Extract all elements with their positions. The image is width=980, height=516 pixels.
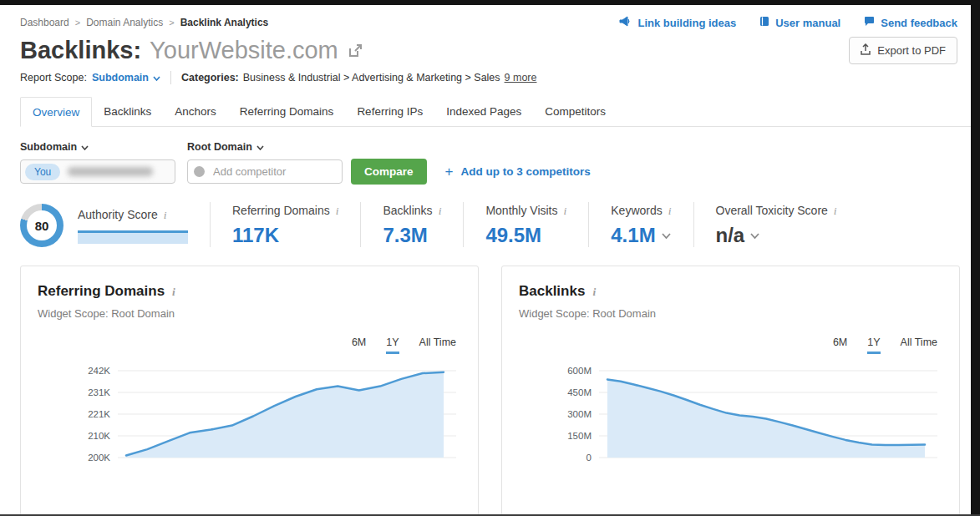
filter-row: You Compare + Add up to 3 competitors xyxy=(20,159,971,185)
svg-text:200K: 200K xyxy=(88,453,110,463)
categories-more-link[interactable]: 9 more xyxy=(505,72,537,83)
keywords-value-dropdown[interactable]: 4.1M xyxy=(611,224,671,247)
metric-authority-score: 80 Authority Score i xyxy=(20,202,210,247)
add-competitor-field[interactable] xyxy=(187,159,343,184)
backlinks-range-toggle: 6M 1Y All Time xyxy=(519,336,942,354)
info-icon[interactable]: i xyxy=(668,205,672,218)
competitor-dot-icon xyxy=(194,166,205,177)
info-icon[interactable]: i xyxy=(834,205,837,218)
user-manual-link[interactable]: User manual xyxy=(759,16,840,29)
range-all-time[interactable]: All Time xyxy=(419,336,456,354)
header-links: Link building ideas User manual Send fee… xyxy=(619,16,957,29)
range-all-time[interactable]: All Time xyxy=(901,336,937,354)
compare-button[interactable]: Compare xyxy=(351,159,427,185)
metric-backlinks: Backlinks i 7.3M xyxy=(360,202,463,247)
info-icon[interactable]: i xyxy=(592,286,596,299)
chart-cards-row: Referring Domains i Widget Scope: Root D… xyxy=(20,266,971,516)
info-icon[interactable]: i xyxy=(336,205,339,218)
subdomain-scope-dropdown[interactable]: Subdomain xyxy=(20,141,187,153)
info-icon[interactable]: i xyxy=(439,205,442,218)
title-row: Backlinks: YourWebsite.com Export to PDF xyxy=(20,37,971,64)
authority-score-trend-bar xyxy=(78,230,188,244)
app-content: Dashboard > Domain Analytics > Backlink … xyxy=(0,5,971,516)
info-icon[interactable]: i xyxy=(172,286,175,299)
svg-text:300M: 300M xyxy=(567,409,592,419)
tab-referring-ips[interactable]: Referring IPs xyxy=(345,97,434,126)
svg-text:450M: 450M xyxy=(567,387,592,397)
export-to-pdf-label: Export to PDF xyxy=(877,44,946,57)
vertical-divider xyxy=(170,71,171,84)
page-title: Backlinks: YourWebsite.com xyxy=(20,37,363,64)
external-link-icon[interactable] xyxy=(348,43,363,58)
tab-referring-domains[interactable]: Referring Domains xyxy=(228,97,346,126)
export-to-pdf-button[interactable]: Export to PDF xyxy=(849,37,957,64)
toxicity-value-dropdown[interactable]: n/a xyxy=(716,224,837,247)
referring-domains-widget-scope: Widget Scope: Root Domain xyxy=(38,307,461,320)
referring-domains-label: Referring Domains xyxy=(232,204,330,217)
tab-overview[interactable]: Overview xyxy=(20,97,92,127)
your-domain-field[interactable]: You xyxy=(20,159,175,184)
link-building-ideas-label: Link building ideas xyxy=(637,17,736,29)
frame-top-edge xyxy=(0,0,980,5)
authority-score-donut: 80 xyxy=(20,204,63,247)
referring-domains-chart: 242K231K221K210K200K xyxy=(38,361,461,477)
breadcrumb-dashboard[interactable]: Dashboard xyxy=(20,17,69,28)
breadcrumb: Dashboard > Domain Analytics > Backlink … xyxy=(20,17,268,28)
monthly-visits-label: Monthly Visits xyxy=(485,204,557,217)
speech-bubble-icon xyxy=(864,16,875,29)
referring-domains-range-toggle: 6M 1Y All Time xyxy=(38,336,461,354)
link-building-ideas-link[interactable]: Link building ideas xyxy=(619,16,736,29)
scope-row: Report Scope: Subdomain Categories: Busi… xyxy=(20,71,971,84)
you-badge: You xyxy=(25,164,60,180)
add-competitors-link[interactable]: + Add up to 3 competitors xyxy=(445,164,591,180)
monthly-visits-value[interactable]: 49.5M xyxy=(485,224,566,247)
backlinks-card: Backlinks i Widget Scope: Root Domain 6M… xyxy=(501,266,960,516)
backlinks-label: Backlinks xyxy=(383,204,432,217)
breadcrumb-separator: > xyxy=(75,18,80,28)
toxicity-label: Overall Toxicity Score xyxy=(716,204,828,217)
breadcrumb-domain-analytics[interactable]: Domain Analytics xyxy=(86,17,163,28)
add-competitor-input[interactable] xyxy=(211,164,320,179)
info-icon[interactable]: i xyxy=(564,205,567,218)
range-6m[interactable]: 6M xyxy=(352,336,366,354)
referring-domains-card: Referring Domains i Widget Scope: Root D… xyxy=(20,266,479,516)
tab-anchors[interactable]: Anchors xyxy=(163,97,228,126)
tab-indexed-pages[interactable]: Indexed Pages xyxy=(434,97,533,126)
backlinks-widget-scope: Widget Scope: Root Domain xyxy=(519,307,942,320)
backlinks-value[interactable]: 7.3M xyxy=(383,224,441,247)
range-6m[interactable]: 6M xyxy=(833,336,847,354)
info-icon[interactable]: i xyxy=(164,209,167,222)
filter-labels-row: Subdomain Root Domain xyxy=(20,141,971,153)
tab-backlinks[interactable]: Backlinks xyxy=(92,97,163,126)
authority-score-value: 80 xyxy=(35,219,49,233)
frame-right-edge xyxy=(971,0,980,516)
root-domain-scope-dropdown[interactable]: Root Domain xyxy=(187,141,264,153)
export-icon xyxy=(861,43,871,58)
backlinks-chart: 600M450M300M150M0 xyxy=(519,361,942,477)
send-feedback-link[interactable]: Send feedback xyxy=(864,16,957,29)
metric-referring-domains: Referring Domains i 117K xyxy=(210,202,360,247)
send-feedback-label: Send feedback xyxy=(881,17,957,29)
range-1y[interactable]: 1Y xyxy=(386,336,399,354)
user-manual-label: User manual xyxy=(775,17,840,29)
report-scope-value: Subdomain xyxy=(92,72,149,83)
toxicity-value: n/a xyxy=(716,224,745,247)
keywords-label: Keywords xyxy=(611,204,662,217)
chevron-down-icon xyxy=(662,233,671,239)
categories-label: Categories: xyxy=(181,72,239,83)
range-1y[interactable]: 1Y xyxy=(867,336,880,354)
tab-bar: Overview Backlinks Anchors Referring Dom… xyxy=(20,97,971,127)
report-scope-dropdown[interactable]: Subdomain xyxy=(92,72,160,83)
plus-icon: + xyxy=(445,164,454,180)
backlink-analytics-screen: Dashboard > Domain Analytics > Backlink … xyxy=(0,0,980,516)
tab-competitors[interactable]: Competitors xyxy=(533,97,617,126)
chevron-down-icon xyxy=(256,141,264,153)
categories-path: Business & Industrial > Advertising & Ma… xyxy=(243,72,500,83)
svg-text:150M: 150M xyxy=(567,431,592,441)
page-title-prefix: Backlinks: xyxy=(20,37,141,64)
backlinks-card-title: Backlinks xyxy=(519,283,585,300)
referring-domains-value[interactable]: 117K xyxy=(232,224,338,247)
referring-domains-card-title: Referring Domains xyxy=(38,283,165,300)
metrics-row: 80 Authority Score i Referring Domains i… xyxy=(20,202,971,247)
svg-text:600M: 600M xyxy=(567,366,592,376)
